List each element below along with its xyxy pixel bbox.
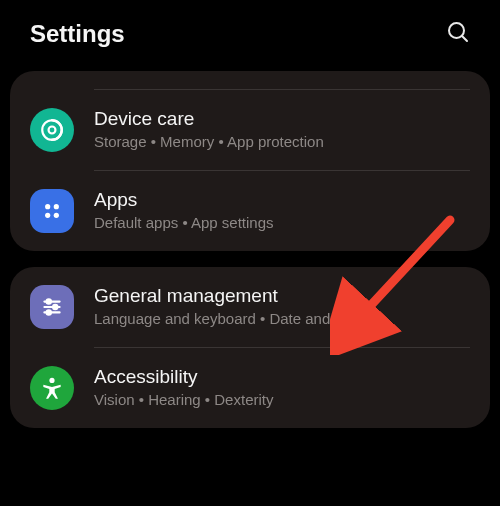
row-text: Accessibility Vision • Hearing • Dexteri…	[94, 366, 470, 410]
svg-point-5	[54, 204, 59, 209]
svg-point-13	[47, 310, 51, 314]
row-subtitle: Default apps • App settings	[94, 213, 470, 233]
row-accessibility[interactable]: Accessibility Vision • Hearing • Dexteri…	[10, 348, 490, 428]
row-apps[interactable]: Apps Default apps • App settings	[10, 171, 490, 251]
row-title: General management	[94, 285, 470, 307]
page-title: Settings	[30, 20, 125, 48]
svg-point-12	[53, 305, 57, 309]
row-subtitle: Language and keyboard • Date and time	[94, 309, 470, 329]
row-subtitle: Storage • Memory • App protection	[94, 132, 470, 152]
general-management-icon	[30, 285, 74, 329]
search-button[interactable]	[440, 14, 476, 53]
svg-point-3	[49, 127, 56, 134]
svg-point-6	[45, 213, 50, 218]
header: Settings	[0, 0, 500, 71]
search-icon	[446, 20, 470, 47]
svg-line-1	[462, 36, 467, 41]
svg-point-7	[54, 213, 59, 218]
row-text: General management Language and keyboard…	[94, 285, 470, 329]
svg-point-4	[45, 204, 50, 209]
svg-point-14	[49, 378, 54, 383]
row-text: Apps Default apps • App settings	[94, 189, 470, 233]
device-care-icon	[30, 108, 74, 152]
settings-group-1: Device care Storage • Memory • App prote…	[10, 71, 490, 251]
row-general-management[interactable]: General management Language and keyboard…	[10, 267, 490, 347]
row-title: Apps	[94, 189, 470, 211]
row-device-care[interactable]: Device care Storage • Memory • App prote…	[10, 90, 490, 170]
accessibility-icon	[30, 366, 74, 410]
settings-group-2: General management Language and keyboard…	[10, 267, 490, 428]
svg-point-11	[47, 299, 51, 303]
row-text: Device care Storage • Memory • App prote…	[94, 108, 470, 152]
row-title: Accessibility	[94, 366, 470, 388]
row-subtitle: Vision • Hearing • Dexterity	[94, 390, 470, 410]
row-title: Device care	[94, 108, 470, 130]
apps-icon	[30, 189, 74, 233]
